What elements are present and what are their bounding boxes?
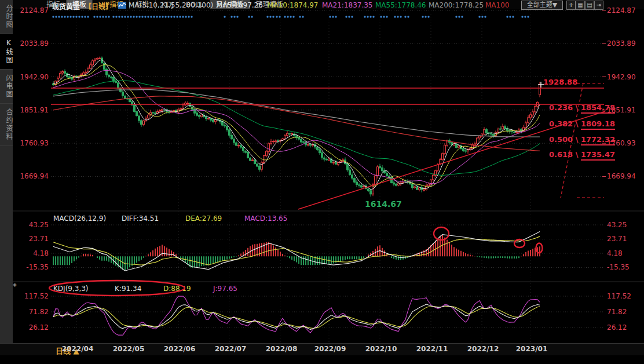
fib-value: 1809.18 [581, 119, 615, 130]
axis-label: -15.35 [19, 263, 49, 271]
axis-label: 1942.90 [607, 73, 636, 81]
macd-value: MACD:13.65 [244, 214, 287, 223]
sidebar-item-kline[interactable]: K线图 [0, 34, 13, 70]
trading-app-window: 分时图 K线图 闪电图 合约资料 现货黄金 【日线】 MA(5,10,21,55… [0, 0, 644, 364]
axis-label: 2033.89 [19, 39, 49, 48]
macd-title: MACD(26,12,9) [53, 214, 106, 223]
fib-ratio: 0.618 \ [549, 150, 578, 159]
month-label: 2022/06 [162, 345, 197, 353]
pane-layout-icon[interactable]: ▦ [576, 1, 585, 10]
month-label: 2022/11 [415, 345, 449, 353]
chart-canvas[interactable] [0, 0, 644, 364]
period-tag: 【日线】 [85, 1, 112, 10]
month-label: 2022/04 [60, 345, 95, 353]
ma21-value: MA21:1837.35 [322, 1, 373, 10]
ma5-value: MA5:1897.26 [217, 1, 263, 10]
axis-label: 117.52 [607, 292, 631, 300]
kdj-j-value: J:97.65 [213, 285, 237, 293]
month-label: 2022/08 [264, 345, 299, 353]
popout-icon[interactable]: ⇥ [594, 1, 603, 10]
ma100-label: MA100 [485, 1, 509, 10]
axis-label: 2124.87 [19, 6, 49, 14]
axis-label: 23.71 [607, 235, 627, 243]
low-price-label: 1614.67 [365, 199, 402, 209]
ma10-value: MA10:1874.97 [268, 1, 319, 10]
axis-label: 71.82 [19, 308, 49, 316]
fib-ratio: 0.500 \ [549, 135, 578, 144]
axis-label: 26.12 [607, 323, 627, 332]
fib-ratio: 0.382 \ [549, 119, 578, 128]
theme-select-button[interactable]: 全部主题▼ [521, 1, 563, 10]
kdj-k-value: K:91.34 [115, 285, 141, 293]
month-label: 2023/01 [514, 345, 549, 353]
month-label: 2022/10 [364, 345, 398, 353]
indicator-icon [118, 2, 126, 9]
fib-ratio: 0.236 \ [549, 103, 578, 112]
fib-level-0618: 0.618 \ 1735.47 [549, 150, 615, 159]
sidebar-item-contract-info[interactable]: 合约资料 [0, 104, 13, 146]
month-label: 2022/12 [466, 345, 500, 353]
pane-layout2-icon[interactable]: ▤ [585, 1, 594, 10]
ma55-value: MA55:1778.46 [375, 1, 426, 10]
kdj-title: KDJ(9,3,3) [53, 285, 89, 293]
month-label: 2022/05 [111, 345, 146, 353]
axis-label: 1851.91 [19, 106, 49, 114]
axis-label: 2033.89 [607, 39, 636, 48]
axis-label: 43.25 [19, 221, 49, 229]
macd-diff-value: DIFF:34.51 [122, 214, 159, 223]
fib-level-0236: 0.236 \ 1854.78 [549, 103, 615, 112]
fib-level-0500: 0.500 \ 1772.32 [549, 135, 615, 144]
left-sidebar: 分时图 K线图 闪电图 合约资料 [0, 0, 13, 343]
axis-label: 1942.90 [19, 73, 49, 81]
sidebar-item-timeshare[interactable]: 分时图 [0, 0, 13, 34]
axis-label: 1760.93 [19, 139, 49, 147]
axis-label: 2124.87 [607, 6, 636, 14]
axis-label: 43.25 [607, 221, 627, 229]
fib-value: 1735.47 [581, 150, 615, 161]
symbol-name: 现货黄金 [52, 1, 80, 10]
move-tool-icon[interactable]: ✛ [566, 1, 576, 10]
kdj-d-value: D:88.19 [163, 285, 191, 293]
fib-value: 1854.78 [581, 103, 615, 114]
axis-label: 23.71 [19, 235, 49, 243]
ma200-value: MA200:1778.25 [429, 1, 484, 10]
fib-level-0382: 0.382 \ 1809.18 [549, 119, 615, 128]
month-label: 2022/07 [213, 345, 248, 353]
axis-label: 117.52 [19, 292, 49, 300]
sidebar-item-flash[interactable]: 闪电图 [0, 70, 13, 104]
axis-label: -15.35 [607, 263, 630, 271]
axis-label: 1669.94 [19, 172, 49, 180]
drawing-anchor-icon[interactable]: ◈ [13, 282, 17, 287]
fib-value: 1772.32 [581, 135, 615, 145]
macd-dea-value: DEA:27.69 [185, 214, 222, 223]
axis-label: 4.18 [19, 249, 49, 257]
axis-label: 26.12 [19, 323, 49, 332]
ma-group-label: MA(5,10,21,55,200,100) [129, 1, 213, 10]
month-label: 2022/09 [313, 345, 347, 353]
axis-label: 4.18 [607, 249, 623, 257]
axis-label: 71.82 [607, 308, 627, 316]
axis-label: 1669.94 [607, 172, 636, 180]
high-price-label: 1928.88 [543, 78, 577, 86]
